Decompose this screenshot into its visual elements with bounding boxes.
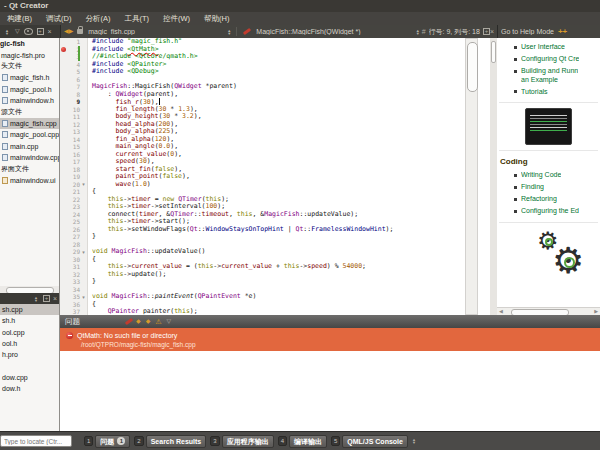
editor-vertical-scrollbar[interactable] [465,38,478,315]
scroll-right-icon[interactable]: ▶ [594,308,598,315]
tree-item[interactable]: mainwindow.cpp [0,152,59,163]
gutter-line[interactable]: 12 [60,121,87,129]
gutter-line[interactable]: 13 [60,128,87,136]
open-document-item[interactable]: dow.h [0,383,59,394]
help-link[interactable]: Building and Runn an Example [521,67,578,84]
menu-item[interactable]: 控件(W) [156,12,197,25]
gutter-line[interactable]: 18 [60,166,87,174]
symbol-selector[interactable]: MagicFish::MagicFish(QWidget *) [256,28,411,35]
gutter-line[interactable]: 14 [60,136,87,144]
open-document-item[interactable] [0,360,59,371]
locator-input[interactable] [0,435,72,447]
help-link[interactable]: Writing Code [521,171,561,180]
menu-item[interactable]: 工具(T) [117,12,156,25]
issues-pen-icon[interactable] [125,318,133,325]
open-document-item[interactable]: ool.h [0,338,59,349]
tree-item[interactable]: magic_fish.h [0,72,59,83]
code-line[interactable]: void MagicFish::paintEvent(QPaintEvent *… [92,293,490,301]
open-document-item[interactable]: ool.cpp [0,327,59,338]
gutter-line[interactable]: 23 [60,203,87,211]
menu-item[interactable]: 调试(D) [39,12,78,25]
output-pane-button[interactable]: 1 问题 1 [84,435,130,448]
close-icon[interactable] [48,25,52,39]
gutter-line[interactable]: 27 [60,233,87,241]
open-help-page-icon[interactable] [563,25,568,39]
gutter-line[interactable]: 37 [60,308,87,315]
gutter-line[interactable]: 22 [60,196,87,204]
menu-item[interactable]: 构建(B) [0,12,39,25]
gutter-line[interactable]: 2 [60,46,87,54]
tree-item[interactable]: mainwindow.h [0,95,59,106]
tree-item[interactable]: mainwindow.ui [0,175,59,186]
open-file-selector[interactable]: magic_fish.cpp [88,28,223,35]
show-warnings-icon[interactable] [155,315,161,329]
output-pane-selector-icon[interactable] [412,438,416,444]
open-document-item[interactable]: h.pro [0,349,59,360]
nav-forward-icon[interactable] [69,25,74,38]
tree-item[interactable]: magic_pool.cpp [0,129,59,140]
gutter-line[interactable]: 24 [60,211,87,219]
help-horizontal-scrollbar[interactable]: ◀ ▶ [497,307,600,315]
gutter-line[interactable]: 16 [60,151,87,159]
editor-split-icon[interactable] [483,28,490,35]
gutter-line[interactable]: 11 [60,113,87,121]
docs-split-icon[interactable] [43,295,50,302]
gutter-line[interactable]: 1 [60,38,87,46]
gutter-line[interactable]: 8 [60,91,87,99]
menu-item[interactable]: 分析(A) [78,12,117,25]
split-icon[interactable] [37,28,44,35]
sync-with-editor-icon[interactable] [24,28,33,35]
code-line[interactable]: QPainter painter(this); [92,308,490,315]
help-link[interactable]: Configuring Qt Cre [521,55,579,64]
sidebar-view-selector-icon[interactable] [5,29,9,35]
window-titlebar[interactable]: - Qt Creator [0,0,600,12]
gutter-line[interactable]: 33 [60,278,87,286]
output-pane-button[interactable]: 4 编译输出 [278,435,327,448]
gutter-line[interactable]: 25 [60,218,87,226]
go-to-help-mode-link[interactable]: Go to Help Mode [501,28,554,35]
filter-icon[interactable] [15,25,20,38]
gutter-line[interactable]: 17 [60,158,87,166]
gutter-line[interactable]: 36 [60,301,87,309]
code-line[interactable]: #include <QDebug> [92,68,490,76]
output-pane-button[interactable]: 5 QML/JS Console [331,435,408,448]
gutter-line[interactable]: 21 [60,188,87,196]
code-line[interactable]: : QWidget(parent), [92,91,490,99]
help-link[interactable]: User Interface [521,43,565,52]
symbol-selector-dropdown-icon[interactable] [416,29,420,35]
tree-item[interactable]: main.cpp [0,141,59,152]
gutter-line[interactable]: 32 [60,271,87,279]
gutter-line[interactable]: 4 [60,61,87,69]
scroll-left-icon[interactable]: ◀ [499,308,503,315]
gutter-line[interactable]: 6 [60,76,87,84]
code-line[interactable]: this->setWindowFlags(Qt::WindowStaysOnTo… [92,226,490,234]
output-pane-button[interactable]: 3 应用程序输出 [210,435,273,448]
gutter-line[interactable]: 30 [60,256,87,264]
tree-item[interactable]: 界面文件 [0,163,59,174]
tree-item[interactable]: gic-fish [0,38,59,49]
tree-horizontal-scrollbar[interactable] [0,286,60,293]
help-link[interactable]: Finding [521,183,544,192]
hash-icon[interactable] [422,25,426,39]
gutter-line[interactable]: 29▾ [60,248,87,256]
file-selector-dropdown-icon[interactable] [227,29,231,35]
editor-code[interactable]: #include "magic_fish.h"#include <QtMath>… [88,38,490,315]
gutter-line[interactable]: 31 [60,263,87,271]
prev-issue-icon[interactable] [136,315,141,328]
gutter-line[interactable]: 7 [60,83,87,91]
help-link[interactable]: Configuring the Ed [521,207,579,216]
output-pane-button[interactable]: 2 Search Results [134,435,206,448]
code-line[interactable]: void MagicFish::updateValue() [92,248,490,256]
next-issue-icon[interactable] [146,315,151,328]
gutter-line[interactable]: 15 [60,143,87,151]
code-line[interactable]: paint_point(false), [92,173,490,181]
open-document-item[interactable]: sh.cpp [0,304,59,315]
open-document-item[interactable]: dow.cpp [0,372,59,383]
editor-close-icon[interactable] [490,25,494,39]
gutter-line[interactable]: 34 [60,286,87,294]
code-line[interactable]: } [92,278,490,286]
gutter-line[interactable]: 26 [60,226,87,234]
gutter-line[interactable]: 28 [60,241,87,249]
gutter-line[interactable]: 20▾ [60,181,87,189]
tree-item[interactable]: 头文件 [0,61,59,72]
